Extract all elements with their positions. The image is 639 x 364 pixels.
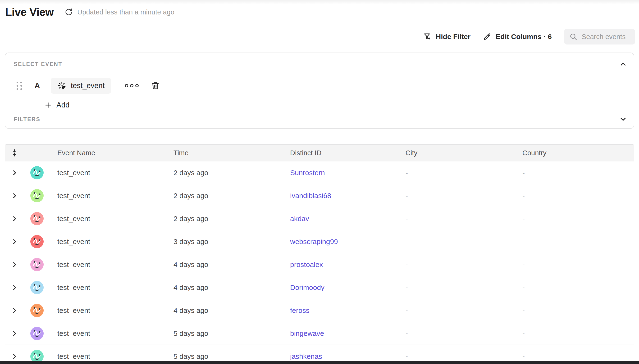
window-bottom-edge bbox=[0, 361, 639, 364]
table-row: test_event 4 days ago feross - - bbox=[5, 299, 634, 322]
table-row: test_event 2 days ago Sunrostern - - bbox=[5, 162, 634, 184]
time-cell: 3 days ago bbox=[166, 238, 283, 246]
expand-row-button[interactable] bbox=[11, 261, 18, 268]
filters-label: FILTERS bbox=[14, 116, 40, 122]
expand-row-button[interactable] bbox=[11, 307, 18, 314]
country-cell: - bbox=[515, 238, 634, 246]
event-name-cell: test_event bbox=[50, 284, 166, 292]
select-event-label: SELECT EVENT bbox=[14, 61, 62, 68]
collapse-vertical-icon bbox=[11, 149, 18, 157]
expand-row-button[interactable] bbox=[11, 215, 18, 222]
edit-columns-label: Edit Columns · 6 bbox=[496, 33, 552, 41]
avatar-face-icon bbox=[30, 350, 44, 362]
event-name-cell: test_event bbox=[50, 260, 166, 268]
event-chip-label: test_event bbox=[71, 82, 105, 90]
user-avatar[interactable] bbox=[30, 281, 44, 294]
expand-row-button[interactable] bbox=[11, 238, 18, 245]
avatar-face-icon bbox=[30, 235, 44, 248]
expand-row-button[interactable] bbox=[11, 353, 18, 360]
table-row: test_event 3 days ago webscraping99 - - bbox=[5, 230, 634, 253]
city-cell: - bbox=[398, 352, 515, 360]
event-options-button[interactable] bbox=[123, 82, 141, 90]
avatar-face-icon bbox=[30, 189, 44, 202]
time-cell: 4 days ago bbox=[166, 306, 283, 314]
filters-section: FILTERS bbox=[5, 110, 634, 128]
event-name-cell: test_event bbox=[50, 306, 166, 314]
country-cell: - bbox=[515, 169, 634, 177]
time-cell: 2 days ago bbox=[166, 192, 283, 200]
event-name-cell: test_event bbox=[50, 169, 166, 177]
event-row-letter: A bbox=[35, 82, 40, 90]
table-header-row: Event Name Time Distinct ID City Country bbox=[5, 145, 634, 162]
search-input[interactable] bbox=[582, 33, 630, 41]
chevron-right-icon bbox=[11, 353, 18, 360]
hide-filter-label: Hide Filter bbox=[436, 33, 471, 41]
drag-handle[interactable] bbox=[17, 82, 22, 90]
avatar-face-icon bbox=[30, 304, 44, 317]
distinct-id-link[interactable]: ivandiblasi68 bbox=[290, 192, 331, 200]
table-row: test_event 5 days ago jashkenas - - bbox=[5, 345, 634, 361]
country-cell: - bbox=[515, 284, 634, 292]
time-cell: 2 days ago bbox=[166, 215, 283, 223]
user-avatar[interactable] bbox=[30, 327, 44, 340]
chevron-right-icon bbox=[11, 330, 18, 337]
user-avatar[interactable] bbox=[30, 166, 44, 180]
event-name-cell: test_event bbox=[50, 330, 166, 338]
chevron-right-icon bbox=[11, 284, 18, 291]
country-cell: - bbox=[515, 306, 634, 314]
collapse-section-button[interactable] bbox=[619, 60, 627, 68]
refresh-button[interactable] bbox=[64, 7, 74, 17]
edit-columns-button[interactable]: Edit Columns · 6 bbox=[483, 32, 552, 41]
distinct-id-link[interactable]: Dorimoody bbox=[290, 284, 324, 291]
city-cell: - bbox=[398, 284, 515, 292]
collapse-all-button[interactable] bbox=[11, 149, 18, 157]
city-cell: - bbox=[398, 330, 515, 338]
event-row: A test_event bbox=[14, 78, 627, 94]
country-cell: - bbox=[515, 330, 634, 338]
table-body: test_event 2 days ago Sunrostern - - bbox=[5, 162, 634, 361]
distinct-id-link[interactable]: akdav bbox=[290, 215, 309, 222]
column-header-event-name: Event Name bbox=[50, 149, 166, 157]
expand-row-button[interactable] bbox=[11, 330, 18, 337]
expand-row-button[interactable] bbox=[11, 192, 18, 199]
country-cell: - bbox=[515, 260, 634, 268]
top-gradient bbox=[0, 0, 639, 4]
user-avatar[interactable] bbox=[30, 258, 44, 271]
column-header-distinct-id: Distinct ID bbox=[283, 149, 398, 157]
distinct-id-link[interactable]: jashkenas bbox=[290, 352, 322, 360]
user-avatar[interactable] bbox=[30, 235, 44, 248]
city-cell: - bbox=[398, 306, 515, 314]
city-cell: - bbox=[398, 169, 515, 177]
expand-filters-button[interactable] bbox=[619, 115, 627, 123]
city-cell: - bbox=[398, 215, 515, 223]
time-cell: 2 days ago bbox=[166, 169, 283, 177]
event-name-cell: test_event bbox=[50, 215, 166, 223]
user-avatar[interactable] bbox=[30, 189, 44, 202]
table-row: test_event 5 days ago bingewave - - bbox=[5, 322, 634, 345]
expand-row-button[interactable] bbox=[11, 170, 18, 176]
chevron-right-icon bbox=[11, 192, 18, 199]
page-title: Live View bbox=[5, 6, 54, 18]
user-avatar[interactable] bbox=[30, 304, 44, 317]
column-header-time: Time bbox=[166, 149, 283, 157]
table-row: test_event 2 days ago ivandiblasi68 - - bbox=[5, 184, 634, 207]
avatar-face-icon bbox=[30, 327, 44, 340]
add-button-label: Add bbox=[56, 101, 69, 109]
chevron-right-icon bbox=[11, 238, 18, 245]
distinct-id-link[interactable]: feross bbox=[290, 306, 310, 314]
add-event-button[interactable]: Add bbox=[44, 101, 69, 109]
user-avatar[interactable] bbox=[30, 350, 44, 362]
distinct-id-link[interactable]: bingewave bbox=[290, 330, 324, 337]
user-avatar[interactable] bbox=[30, 212, 44, 225]
delete-event-button[interactable] bbox=[150, 81, 160, 90]
time-cell: 5 days ago bbox=[166, 330, 283, 338]
event-selector-chip[interactable]: test_event bbox=[51, 78, 111, 94]
pencil-icon bbox=[483, 32, 491, 41]
distinct-id-link[interactable]: webscraping99 bbox=[290, 238, 338, 246]
hide-filter-button[interactable]: Hide Filter bbox=[423, 32, 471, 41]
country-cell: - bbox=[515, 192, 634, 200]
distinct-id-link[interactable]: prostoalex bbox=[290, 260, 323, 268]
expand-row-button[interactable] bbox=[11, 284, 18, 291]
time-cell: 5 days ago bbox=[166, 352, 283, 360]
distinct-id-link[interactable]: Sunrostern bbox=[290, 169, 325, 176]
